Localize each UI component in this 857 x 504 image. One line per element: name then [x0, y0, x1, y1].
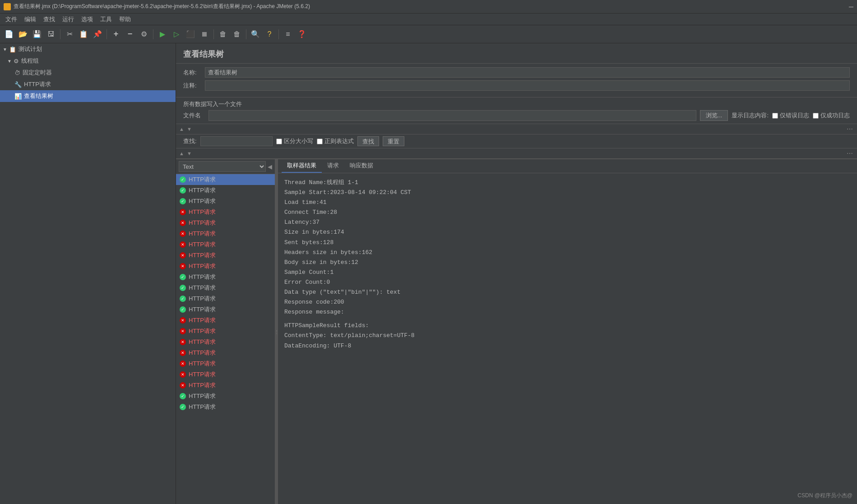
expand-arrow-2[interactable]: ▲	[178, 150, 185, 157]
menu-run[interactable]: 运行	[59, 14, 78, 24]
run-no-pause-btn[interactable]: ▷	[170, 28, 183, 41]
sidebar-item-test-plan[interactable]: ▼ 📋 测试计划	[0, 43, 176, 55]
content-area: 查看结果树 名称: 注释: 所有数据写入一个文件 文件名 浏览... 显示日志内…	[176, 43, 857, 504]
size-in-bytes: Size in bytes:174	[284, 227, 851, 237]
menu-tools[interactable]: 工具	[97, 14, 116, 24]
collapse-arrow-1[interactable]: ▼	[185, 126, 193, 132]
comment-input[interactable]	[205, 80, 850, 91]
result-item[interactable]: ✓HTTP请求	[176, 196, 275, 207]
ok-status-icon: ✓	[180, 285, 186, 291]
result-item[interactable]: ✕HTTP请求	[176, 261, 275, 272]
watermark: CSDN @程序员小杰@	[797, 492, 852, 499]
result-item-label: HTTP请求	[189, 370, 216, 379]
run-btn[interactable]: ▶	[156, 28, 169, 41]
result-item[interactable]: ✓HTTP请求	[176, 282, 275, 293]
more-options-1[interactable]: ⋯	[844, 125, 855, 133]
new-btn[interactable]: 📄	[3, 28, 15, 41]
clear-btn[interactable]: 🗑	[217, 28, 229, 41]
tab-response-data[interactable]: 响应数据	[344, 159, 379, 173]
menu-find[interactable]: 查找	[40, 14, 59, 24]
result-item[interactable]: ✓HTTP请求	[176, 174, 275, 185]
result-item[interactable]: ✕HTTP请求	[176, 217, 275, 228]
panel-header: 查看结果树	[176, 43, 857, 64]
result-item[interactable]: ✓HTTP请求	[176, 185, 275, 196]
regex-checkbox[interactable]	[317, 139, 323, 144]
result-item-label: HTTP请求	[189, 208, 216, 216]
result-item[interactable]: ✕HTTP请求	[176, 380, 275, 391]
result-item[interactable]: ✕HTTP请求	[176, 228, 275, 239]
panel-title: 查看结果树	[183, 50, 224, 59]
result-item[interactable]: ✕HTTP请求	[176, 250, 275, 261]
name-input[interactable]	[205, 67, 850, 78]
open-btn[interactable]: 📂	[17, 28, 29, 41]
result-item[interactable]: ✕HTTP请求	[176, 315, 275, 326]
list-toolbar-btn[interactable]: ≡	[282, 28, 294, 41]
save-btn[interactable]: 💾	[31, 28, 43, 41]
result-item[interactable]: ✕HTTP请求	[176, 358, 275, 369]
menu-options[interactable]: 选项	[78, 14, 97, 24]
result-item[interactable]: ✓HTTP请求	[176, 293, 275, 304]
sidebar-item-result-tree[interactable]: 📊 查看结果树	[0, 90, 176, 102]
http-request-icon: 🔧	[14, 81, 22, 88]
error-status-icon: ✕	[180, 220, 186, 226]
regex-label: 正则表达式	[324, 137, 354, 145]
result-item-label: HTTP请求	[189, 219, 216, 227]
detail-panel: 取样器结果 请求 响应数据 Thread Name:线程组 1-1 Sample…	[278, 159, 857, 504]
case-sensitive-label: 区分大小写	[284, 137, 313, 145]
result-item[interactable]: ✕HTTP请求	[176, 347, 275, 358]
reset-btn[interactable]: 重置	[383, 136, 404, 146]
expand-list-btn[interactable]: ◀	[268, 163, 272, 170]
file-input[interactable]	[208, 110, 696, 121]
result-format-dropdown[interactable]: Text JSON XML HTML RegExp	[179, 161, 266, 172]
paste-btn[interactable]: 📌	[91, 28, 104, 41]
question-toolbar-btn[interactable]: ❓	[296, 28, 308, 41]
expand-arrow-1[interactable]: ▲	[178, 126, 185, 132]
headers-size: Headers size in bytes:162	[284, 248, 851, 258]
connect-time: Connect Time:28	[284, 208, 851, 217]
add-btn[interactable]: +	[110, 28, 122, 41]
success-only-checkbox[interactable]	[813, 113, 819, 119]
search-toolbar-btn[interactable]: 🔍	[249, 28, 262, 41]
ok-status-icon: ✓	[180, 296, 186, 302]
response-message: Response message:	[284, 307, 851, 317]
save-all-btn[interactable]: 🖫	[45, 28, 57, 41]
result-item[interactable]: ✕HTTP请求	[176, 239, 275, 250]
ok-status-icon: ✓	[180, 274, 186, 280]
result-item[interactable]: ✓HTTP请求	[176, 304, 275, 315]
sidebar-item-thread-group[interactable]: ▼ ⚙ 线程组	[0, 55, 176, 67]
tab-sampler-result[interactable]: 取样器结果	[282, 159, 322, 173]
sidebar-item-timer[interactable]: ⏱ 固定定时器	[0, 67, 176, 79]
stop-now-btn[interactable]: ⏹	[198, 28, 211, 41]
remove-btn[interactable]: −	[124, 28, 136, 41]
error-only-checkbox[interactable]	[772, 113, 778, 119]
menu-bar: 文件 编辑 查找 运行 选项 工具 帮助	[0, 14, 857, 25]
result-item[interactable]: ✓HTTP请求	[176, 272, 275, 282]
cut-btn[interactable]: ✂	[63, 28, 76, 41]
help-toolbar-btn[interactable]: ?	[263, 28, 276, 41]
search-input[interactable]	[200, 136, 273, 146]
copy-btn[interactable]: 📋	[77, 28, 90, 41]
menu-edit[interactable]: 编辑	[21, 14, 40, 24]
result-item[interactable]: ✕HTTP请求	[176, 326, 275, 337]
case-sensitive-checkbox[interactable]	[276, 139, 282, 144]
find-btn[interactable]: 查找	[357, 136, 379, 146]
clear-all-btn[interactable]: 🗑	[231, 28, 243, 41]
browse-btn[interactable]: 浏览...	[700, 110, 728, 121]
tab-request[interactable]: 请求	[322, 159, 344, 173]
error-status-icon: ✕	[180, 317, 186, 324]
latency: Latency:37	[284, 217, 851, 227]
sidebar-item-http-request[interactable]: 🔧 HTTP请求	[0, 79, 176, 90]
more-options-2[interactable]: ⋯	[844, 149, 855, 157]
stop-btn[interactable]: ⬛	[184, 28, 197, 41]
result-item[interactable]: ✓HTTP请求	[176, 391, 275, 402]
result-item[interactable]: ✕HTTP请求	[176, 207, 275, 217]
result-item[interactable]: ✕HTTP请求	[176, 337, 275, 347]
menu-file[interactable]: 文件	[2, 14, 21, 24]
settings-btn[interactable]: ⚙	[138, 28, 150, 41]
menu-help[interactable]: 帮助	[116, 14, 134, 24]
result-item[interactable]: ✕HTTP请求	[176, 369, 275, 380]
error-status-icon: ✕	[180, 350, 186, 356]
result-item[interactable]: ✓HTTP请求	[176, 402, 275, 412]
collapse-arrow-2[interactable]: ▼	[185, 150, 193, 157]
minimize-btn[interactable]: ─	[849, 3, 853, 10]
